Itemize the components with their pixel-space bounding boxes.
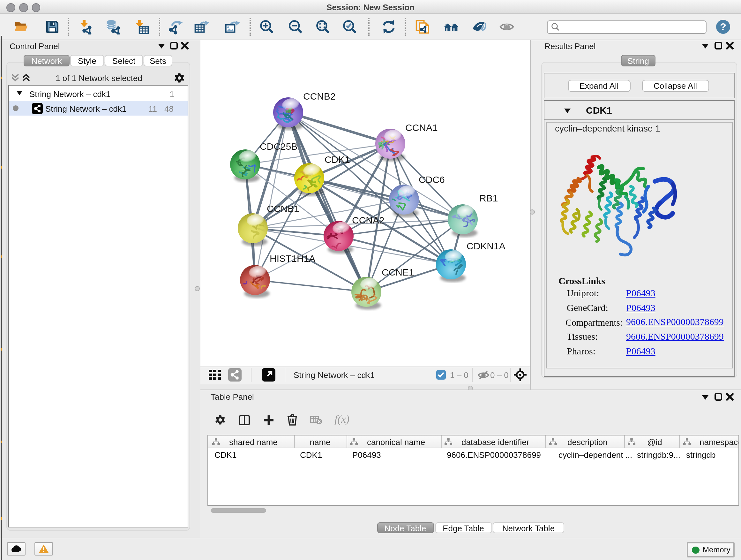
svg-text:RB1: RB1 (479, 192, 498, 203)
svg-text:CDC25B: CDC25B (260, 141, 297, 151)
svg-text:HIST1H1A: HIST1H1A (270, 253, 315, 263)
svg-text:CCNB2: CCNB2 (303, 91, 336, 101)
svg-text:CCNB1: CCNB1 (267, 203, 299, 213)
svg-text:CDK1: CDK1 (325, 154, 350, 165)
svg-text:?: ? (720, 21, 726, 33)
svg-text:CDKN1A: CDKN1A (467, 240, 506, 251)
svg-text:CCNA2: CCNA2 (352, 214, 385, 225)
svg-text:CCNE1: CCNE1 (382, 266, 414, 277)
svg-text:CCNA1: CCNA1 (405, 122, 438, 132)
svg-text:CDC6: CDC6 (419, 174, 445, 185)
